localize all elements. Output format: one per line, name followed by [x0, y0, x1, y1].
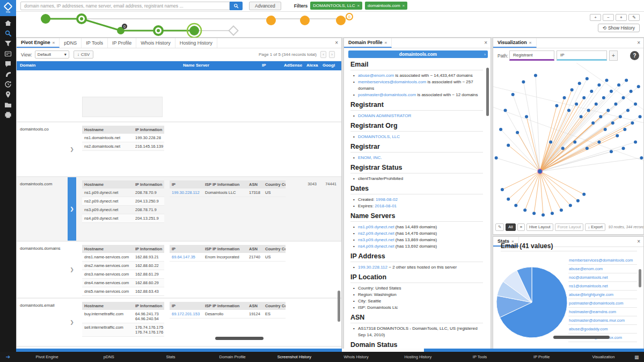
export-button[interactable]: ↓Export: [585, 223, 605, 231]
bottom-tab-ip-tools[interactable]: IP Tools: [449, 354, 510, 359]
profile-link[interactable]: 1998-08-02: [376, 197, 398, 202]
column-header-name server[interactable]: Name Server: [183, 63, 209, 68]
profile-link[interactable]: memberservices@domaintools.com: [358, 79, 426, 84]
column-header-googl[interactable]: Googl: [323, 63, 335, 68]
horizontal-scrollbar[interactable]: [215, 337, 264, 340]
table-row[interactable]: domaintools.com❯HostnameIP Informationns…: [17, 177, 341, 242]
profile-link[interactable]: ns2.p09.dynect.net: [358, 231, 394, 236]
domain-cell[interactable]: domaintools.com: [20, 182, 52, 186]
table-row[interactable]: domaintools.co❯HostnameIP Informationns1…: [17, 122, 341, 177]
prev-page-button[interactable]: ‹: [320, 51, 326, 58]
help-button[interactable]: ?: [630, 51, 639, 60]
email-pie-chart[interactable]: [494, 260, 569, 341]
zoom-out-button[interactable]: −: [603, 14, 614, 21]
add-path-button[interactable]: +: [609, 50, 618, 61]
tab-ip-profile[interactable]: IP Profile: [108, 38, 136, 48]
bottom-tab-stats[interactable]: Stats: [140, 354, 201, 359]
tab-domain-profile[interactable]: Domain Profile×: [344, 38, 392, 48]
horizontal-scrollbar[interactable]: [553, 336, 610, 339]
tab-pdns[interactable]: pDNS: [60, 38, 82, 48]
profile-link[interactable]: ns4.p09.dynect.net: [358, 244, 394, 249]
sidebar-item-history[interactable]: [2, 81, 14, 88]
email-link[interactable]: hostmaster@earndns.com: [568, 308, 637, 316]
sidebar-item-pin[interactable]: [2, 91, 14, 98]
expand-row-control[interactable]: ❯: [68, 299, 76, 346]
profile-link[interactable]: postmaster@domaintools.com: [358, 92, 416, 97]
table-row[interactable]: domaintools.domains❯HostnameIP Informati…: [17, 242, 341, 299]
bottom-tab-domain-profile[interactable]: Domain Profile: [202, 354, 264, 359]
expand-row-control[interactable]: ❯: [68, 177, 76, 241]
advanced-button[interactable]: Advanced: [249, 2, 281, 10]
network-graph[interactable]: [493, 63, 644, 221]
table-row[interactable]: [17, 93, 341, 122]
expand-icon[interactable]: ›: [484, 52, 486, 57]
bottom-tab-pdns[interactable]: pDNS: [78, 354, 140, 359]
ip-link[interactable]: 199.30.228.112: [172, 190, 200, 195]
bottom-tab-hosting-history[interactable]: Hosting History: [387, 354, 449, 359]
view-select[interactable]: Default▾: [35, 50, 69, 59]
next-page-button[interactable]: ›: [329, 51, 335, 58]
remove-chip-icon[interactable]: ×: [402, 3, 405, 8]
close-icon[interactable]: ×: [484, 40, 487, 46]
sidebar-item-search[interactable]: [2, 30, 14, 37]
domain-cell[interactable]: domaintools.email: [20, 303, 54, 308]
column-header-alexa[interactable]: Alexa: [306, 63, 318, 68]
close-icon[interactable]: ×: [637, 40, 640, 46]
ip-link[interactable]: 69.172.201.153: [172, 312, 200, 316]
profile-link[interactable]: ns1.p09.dynect.net: [358, 225, 394, 229]
profile-link[interactable]: abuse@enom.com: [358, 73, 394, 78]
expand-arrow-icon[interactable]: ➔: [0, 354, 16, 360]
tab-ip-tools[interactable]: IP Tools: [82, 38, 108, 48]
tab-whois-history[interactable]: Whois History: [136, 38, 175, 48]
layout-options-button[interactable]: ≡: [517, 223, 525, 231]
search-input[interactable]: [20, 2, 230, 10]
edit-button[interactable]: ✎: [495, 223, 504, 231]
timeline-graph[interactable]: 00: [16, 12, 392, 38]
path-select-ip[interactable]: IP: [557, 50, 607, 61]
email-link[interactable]: ns1@domaintools.net: [568, 282, 637, 291]
tab-visualization[interactable]: Visualization×: [493, 38, 537, 48]
email-link[interactable]: noc@domaintools.net: [568, 273, 637, 282]
filter-chip[interactable]: domaintools.com×: [365, 2, 407, 10]
table-row[interactable]: domaintools.email❯HostnameIP Information…: [17, 299, 341, 347]
bottom-tab-pivot-engine[interactable]: Pivot Engine: [16, 354, 78, 359]
close-icon[interactable]: ×: [335, 40, 338, 46]
profile-link[interactable]: 199.30.228.112: [358, 265, 387, 270]
hive-layout-button[interactable]: Hive Layout: [526, 223, 553, 231]
vertical-scrollbar[interactable]: [338, 291, 340, 322]
zoom-in-button[interactable]: +: [590, 14, 601, 21]
tab-pivot-engine[interactable]: Pivot Engine×: [17, 38, 60, 48]
bottom-tab-ip-profile[interactable]: IP Profile: [511, 354, 573, 359]
bottom-tab-whois-history[interactable]: Whois History: [325, 354, 387, 359]
sidebar-item-folder[interactable]: [2, 101, 14, 108]
ip-link[interactable]: 69.64.147.35: [172, 255, 195, 259]
show-history-button[interactable]: ⟲ Show History: [598, 24, 640, 32]
csv-export-button[interactable]: ↓CSV: [74, 50, 93, 59]
tab-hosting-history[interactable]: Hosting History: [175, 38, 217, 48]
email-link[interactable]: postmaster@domaintools.com: [568, 299, 637, 308]
column-header-ip[interactable]: IP: [262, 63, 266, 68]
sidebar-item-export[interactable]: [2, 111, 14, 119]
profile-link[interactable]: DOMAIN ADMINISTRATOR: [358, 113, 411, 118]
bottom-tab-visualization[interactable]: Visualization: [573, 354, 634, 359]
iris-logo[interactable]: Iris: [0, 0, 16, 16]
profile-domain-header[interactable]: domaintools.com ›: [348, 50, 488, 58]
bottom-tab-screenshot-history[interactable]: Screenshot History: [264, 354, 325, 359]
profile-link[interactable]: ENOM, INC.: [358, 155, 382, 160]
domain-cell[interactable]: domaintools.co: [20, 127, 49, 132]
force-layout-button[interactable]: Force Layout: [555, 223, 584, 231]
remove-chip-icon[interactable]: ×: [357, 3, 360, 8]
annotate-button[interactable]: ✎: [628, 14, 640, 21]
profile-link[interactable]: 2018-08-01: [375, 204, 397, 208]
grid-icon[interactable]: ▦: [634, 354, 644, 360]
search-button[interactable]: [230, 2, 243, 10]
sidebar-item-calculator[interactable]: [2, 50, 14, 57]
close-icon[interactable]: ×: [53, 40, 55, 45]
domain-cell[interactable]: domaintools.domains: [20, 246, 61, 251]
sidebar-item-notes[interactable]: [2, 60, 14, 68]
close-icon[interactable]: ×: [637, 238, 640, 244]
sidebar-item-pivot[interactable]: [2, 70, 14, 78]
email-link[interactable]: abuse@godaddy.com: [568, 325, 637, 334]
expand-row-control[interactable]: ❯: [68, 242, 76, 298]
sidebar-item-filter[interactable]: [2, 40, 14, 47]
